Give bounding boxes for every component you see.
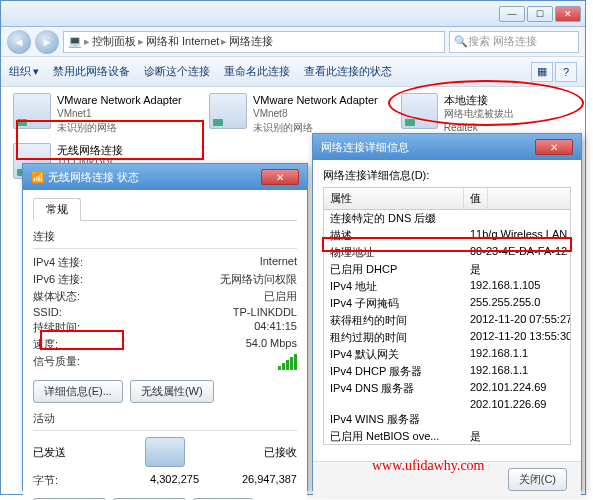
- chevron-down-icon: ▾: [33, 65, 39, 78]
- tab-general[interactable]: 常规: [33, 198, 81, 221]
- adapter-icon: [209, 93, 247, 129]
- group-connection: 连接: [33, 229, 297, 244]
- table-row: IPv4 DHCP 服务器192.168.1.1: [324, 363, 570, 380]
- wireless-status-dialog: 📶 无线网络连接 状态 ✕ 常规 连接 IPv4 连接:Internet IPv…: [22, 163, 308, 491]
- dialog-close-button[interactable]: ✕: [261, 169, 299, 185]
- adapter-vmnet8[interactable]: VMware Network Adapter VMnet8 未识别的网络: [209, 93, 409, 135]
- tool-organize[interactable]: 组织 ▾: [9, 64, 39, 79]
- table-row: 描述11b/g Wireless LAN Mini PCI Ex: [324, 227, 570, 244]
- network-details-dialog: 网络连接详细信息 ✕ 网络连接详细信息(D): 属性 值 连接特定的 DNS 后…: [312, 133, 582, 491]
- view-icon[interactable]: ▦: [531, 62, 553, 82]
- table-row: IPv4 地址192.168.1.105: [324, 278, 570, 295]
- group-activity: 活动: [33, 411, 297, 426]
- details-header-label: 网络连接详细信息(D):: [323, 168, 571, 183]
- details-button[interactable]: 详细信息(E)...: [33, 380, 123, 403]
- signal-bars: [270, 354, 297, 372]
- table-row: 连接特定的 DNS 后缀: [324, 210, 570, 227]
- dialog-close-button[interactable]: ✕: [535, 139, 573, 155]
- close-button[interactable]: ✕: [555, 6, 581, 22]
- table-row: 已启用 DHCP是: [324, 261, 570, 278]
- help-icon[interactable]: ?: [555, 62, 577, 82]
- toolbar: 组织 ▾ 禁用此网络设备 诊断这个连接 重命名此连接 查看此连接的状态 ▦ ?: [1, 57, 585, 87]
- crumb-net-connections[interactable]: 网络连接: [229, 34, 273, 49]
- tool-disable[interactable]: 禁用此网络设备: [53, 64, 130, 79]
- crumb-control-panel[interactable]: 控制面板: [92, 34, 136, 49]
- crumb-net-internet[interactable]: 网络和 Internet: [146, 34, 219, 49]
- activity-icon: [145, 437, 185, 467]
- title-bar: — ☐ ✕: [1, 1, 585, 27]
- table-row: 已启用 NetBIOS ove...是: [324, 428, 570, 445]
- table-row: 物理地址00-23-4E-DA-FA-12: [324, 244, 570, 261]
- table-row: 获得租约的时间2012-11-20 07:55:27: [324, 312, 570, 329]
- adapter-icon: [13, 93, 51, 129]
- tool-view-status[interactable]: 查看此连接的状态: [304, 64, 392, 79]
- watermark: www.ufidawhy.com: [372, 458, 485, 474]
- table-row: IPv4 DNS 服务器202.101.224.69: [324, 380, 570, 397]
- table-row: 租约过期的时间2012-11-20 13:55:30: [324, 329, 570, 346]
- table-row: IPv4 WINS 服务器: [324, 411, 570, 428]
- search-icon: 🔍: [454, 35, 468, 48]
- details-table: 属性 值 连接特定的 DNS 后缀描述11b/g Wireless LAN Mi…: [323, 187, 571, 445]
- details-close-button[interactable]: 关闭(C): [508, 468, 567, 491]
- breadcrumb[interactable]: 💻 ▸ 控制面板 ▸ 网络和 Internet ▸ 网络连接: [63, 31, 445, 53]
- tool-diagnose[interactable]: 诊断这个连接: [144, 64, 210, 79]
- search-input[interactable]: 🔍 搜索 网络连接: [449, 31, 579, 53]
- forward-button[interactable]: ►: [35, 30, 59, 54]
- adapter-icon: [401, 93, 438, 129]
- minimize-button[interactable]: —: [499, 6, 525, 22]
- dialog-title-bar: 网络连接详细信息 ✕: [313, 134, 581, 160]
- address-bar: ◄ ► 💻 ▸ 控制面板 ▸ 网络和 Internet ▸ 网络连接 🔍 搜索 …: [1, 27, 585, 57]
- table-row: 202.101.226.69: [324, 397, 570, 411]
- adapter-vmnet1[interactable]: VMware Network Adapter VMnet1 未识别的网络: [13, 93, 213, 135]
- tool-rename[interactable]: 重命名此连接: [224, 64, 290, 79]
- maximize-button[interactable]: ☐: [527, 6, 553, 22]
- wireless-props-button[interactable]: 无线属性(W): [130, 380, 214, 403]
- back-button[interactable]: ◄: [7, 30, 31, 54]
- dialog-title-bar: 📶 无线网络连接 状态 ✕: [23, 164, 307, 190]
- table-row: IPv4 子网掩码255.255.255.0: [324, 295, 570, 312]
- network-icon: 💻: [68, 35, 82, 48]
- tab-row: 常规: [33, 198, 297, 221]
- wifi-icon: 📶: [31, 171, 45, 184]
- table-row: IPv4 默认网关192.168.1.1: [324, 346, 570, 363]
